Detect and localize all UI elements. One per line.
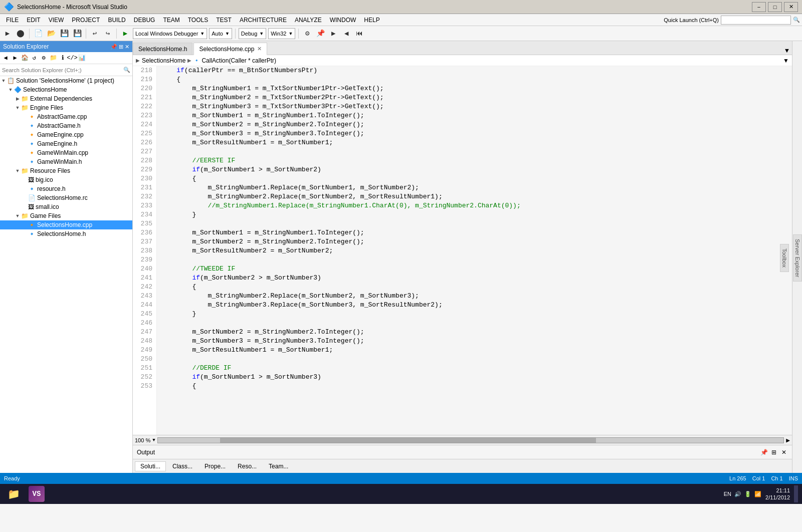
btm-tab-team[interactable]: Team... [263, 461, 294, 471]
se-codeview-btn[interactable]: </> [68, 54, 77, 63]
se-refresh-btn[interactable]: ↺ [30, 54, 39, 63]
toolbar-extra1[interactable]: ⚙ [302, 28, 313, 39]
menu-test[interactable]: TEST [212, 16, 236, 25]
output-undock-btn[interactable]: ⊞ [770, 448, 778, 456]
se-classview-btn[interactable]: 📊 [77, 54, 86, 63]
toolbar-save-btn[interactable]: 💾 [59, 28, 70, 39]
toolbar-undo-btn[interactable]: ↩ [89, 28, 100, 39]
toolbar-sep-4 [235, 29, 236, 39]
toolbar-saveall-btn[interactable]: 💾 [72, 28, 83, 39]
se-settings-btn[interactable]: ⚙ [39, 54, 48, 63]
menu-tools[interactable]: TOOLS [184, 16, 212, 25]
toolbar-stop-btn[interactable]: ⬤ [15, 28, 26, 39]
toolbar-open-btn[interactable]: 📂 [46, 28, 57, 39]
menu-view[interactable]: VIEW [45, 16, 68, 25]
format-dropdown[interactable]: Auto ▼ [209, 28, 232, 39]
se-search-input[interactable] [2, 67, 121, 73]
tree-item-big-ico[interactable]: 🖼big.ico [0, 175, 132, 184]
tree-item-selectionshome-cpp[interactable]: 🔸SelectionsHome.cpp [0, 220, 132, 229]
tab-cpp-close[interactable]: ✕ [257, 46, 262, 52]
toolbar-extra3[interactable]: ▶ [328, 28, 339, 39]
rs-tab-toolbox[interactable]: Toolbox [780, 244, 789, 272]
btm-tab-reso[interactable]: Reso... [232, 461, 262, 471]
btm-tab-soluti[interactable]: Soluti... [135, 461, 166, 471]
tree-item-engine-files[interactable]: ▼📁Engine Files [0, 103, 132, 112]
tree-item-resource-h[interactable]: 🔹resource.h [0, 184, 132, 193]
tabs-dropdown[interactable]: ▼ [782, 47, 792, 55]
menu-edit[interactable]: EDIT [23, 16, 44, 25]
clock: 21:11 2/11/2012 [765, 487, 790, 501]
config-dropdown[interactable]: Debug ▼ [239, 28, 266, 39]
output-title: Output [137, 449, 155, 456]
line-number-229: 229 [137, 165, 152, 174]
platform-dropdown[interactable]: Win32 ▼ [268, 28, 295, 39]
menu-architecture[interactable]: ARCHITECTURE [236, 16, 291, 25]
tree-item-abstractgame-h[interactable]: 🔹AbstractGame.h [0, 121, 132, 130]
menu-window[interactable]: WINDOW [326, 16, 360, 25]
menu-file[interactable]: FILE [2, 16, 23, 25]
se-undock-icon[interactable]: ⊞ [119, 44, 123, 50]
toolbar-start-btn[interactable]: ▶ [120, 28, 131, 39]
se-home-btn[interactable]: 🏠 [20, 54, 29, 63]
tree-item-game-files[interactable]: ▼📁Game Files [0, 211, 132, 220]
bc-dropdown[interactable]: ▼ [783, 57, 789, 64]
code-editor[interactable]: 2182192202212222232242252262272282292302… [133, 66, 792, 435]
scroll-right-btn[interactable]: ▶ [786, 436, 790, 444]
tree-label: Engine Files [30, 104, 63, 111]
toolbar-redo-btn[interactable]: ↪ [102, 28, 113, 39]
tree-item-abstractgame-cpp[interactable]: 🔸AbstractGame.cpp [0, 112, 132, 121]
se-showallfiles-btn[interactable]: 📁 [49, 54, 58, 63]
code-content[interactable]: if(callerPtr == m_BtnSortNumbersPtr) { m… [157, 66, 792, 435]
h-scrollbar[interactable] [157, 437, 784, 443]
tree-item-gameengine-h[interactable]: 🔹GameEngine.h [0, 139, 132, 148]
debugger-dropdown[interactable]: Local Windows Debugger ▼ [133, 28, 207, 39]
output-close-btn[interactable]: ✕ [780, 448, 788, 456]
toolbar-run-btn[interactable]: ▶ [2, 28, 13, 39]
se-pin-icon[interactable]: 📌 [110, 44, 117, 50]
menu-team[interactable]: TEAM [159, 16, 183, 25]
show-desktop-btn[interactable] [794, 485, 798, 502]
maximize-button[interactable]: □ [768, 2, 782, 12]
se-forward-btn[interactable]: ▶ [11, 54, 20, 63]
menu-debug[interactable]: DEBUG [130, 16, 159, 25]
tab-selectionshome-h[interactable]: SelectionsHome.h [133, 43, 192, 55]
toolbar-extra4[interactable]: ◀ [341, 28, 352, 39]
minimize-button[interactable]: − [752, 2, 766, 12]
se-back-btn[interactable]: ◀ [1, 54, 10, 63]
tree-item-gamewinmain-h[interactable]: 🔹GameWinMain.h [0, 157, 132, 166]
quick-launch-input[interactable] [721, 16, 791, 25]
taskbar-vs-btn[interactable]: VS [27, 485, 46, 502]
line-number-249: 249 [137, 346, 152, 355]
se-close-icon[interactable]: ✕ [125, 44, 129, 50]
rs-tab-server-explorer[interactable]: Server Explorer [793, 234, 802, 282]
tree-label: Game Files [30, 212, 61, 219]
bc-nav-left[interactable]: ▶ [136, 58, 140, 63]
se-header: Solution Explorer 📌 ⊞ ✕ [0, 41, 132, 52]
tree-item-gameengine-cpp[interactable]: 🔸GameEngine.cpp [0, 130, 132, 139]
toolbar-extra5[interactable]: ⏮ [354, 28, 365, 39]
taskbar-file-explorer-btn[interactable]: 📁 [4, 485, 23, 502]
tree-item-resource-files[interactable]: ▼📁Resource Files [0, 166, 132, 175]
tree-item-external-dependencies[interactable]: ▶📁External Dependencies [0, 94, 132, 103]
btm-tab-prope[interactable]: Prope... [199, 461, 231, 471]
menu-project[interactable]: PROJECT [68, 16, 104, 25]
zoom-dropdown[interactable]: ▼ [152, 438, 155, 443]
output-pin-btn[interactable]: 📌 [760, 448, 768, 456]
menu-analyze[interactable]: ANALYZE [291, 16, 326, 25]
tree-item-selectionshome[interactable]: ▼🔷SelectionsHome [0, 85, 132, 94]
tree-item-solution--selectionshome---1-project-[interactable]: ▼📋Solution 'SelectionsHome' (1 project) [0, 76, 132, 85]
close-button[interactable]: ✕ [784, 2, 798, 12]
tab-selectionshome-cpp[interactable]: SelectionsHome.cpp ✕ [193, 43, 267, 55]
menu-help[interactable]: HELP [360, 16, 383, 25]
tree-item-selectionshome-h[interactable]: 🔹SelectionsHome.h [0, 229, 132, 238]
line-number-235: 235 [137, 219, 152, 228]
tree-item-gamewinmain-cpp[interactable]: 🔸GameWinMain.cpp [0, 148, 132, 157]
tree-item-small-ico[interactable]: 🖼small.ico [0, 202, 132, 211]
toolbar-extra2[interactable]: 📌 [315, 28, 326, 39]
toolbar-new-btn[interactable]: 📄 [33, 28, 44, 39]
btm-tab-class[interactable]: Class... [167, 461, 198, 471]
se-properties-btn[interactable]: ℹ [58, 54, 67, 63]
title-bar-left: 🔷 SelectionsHome - Microsoft Visual Stud… [4, 2, 127, 12]
menu-build[interactable]: BUILD [104, 16, 129, 25]
tree-item-selectionshome-rc[interactable]: 📄SelectionsHome.rc [0, 193, 132, 202]
